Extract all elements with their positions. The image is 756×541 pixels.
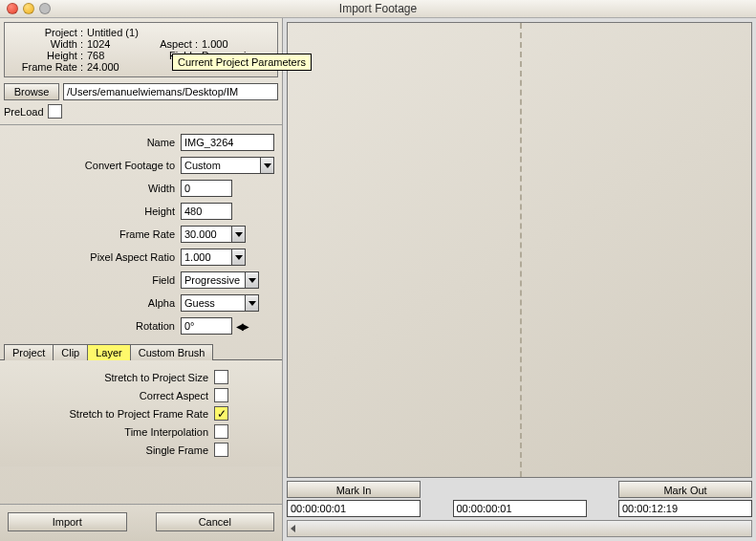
rotation-field[interactable] (181, 317, 232, 335)
chevron-down-icon[interactable] (246, 294, 259, 312)
tab-layer[interactable]: Layer (87, 344, 131, 360)
tab-project[interactable]: Project (4, 344, 54, 360)
chevron-down-icon[interactable] (261, 157, 274, 174)
aspect-label: Aspect : (144, 38, 202, 50)
height-field[interactable] (181, 203, 232, 220)
scrollbar[interactable] (287, 520, 752, 537)
name-label: Name (4, 137, 181, 148)
tab-body: Stretch to Project Size Correct Aspect S… (0, 359, 282, 466)
stretch-frate-checkbox[interactable]: ✓ (214, 406, 228, 421)
param-field-label: Field (4, 274, 181, 286)
check-icon: ✓ (217, 408, 227, 420)
timecode-in-field[interactable] (287, 500, 421, 517)
height-label: Height : (11, 50, 87, 61)
tooltip: Current Project Parameters (172, 54, 312, 71)
alpha-select[interactable] (181, 294, 246, 312)
alpha-label: Alpha (4, 297, 181, 309)
divider-dashed (520, 23, 522, 477)
opt-stretch-frate-label: Stretch to Project Frame Rate (70, 408, 209, 420)
width-value: 1024 (87, 38, 144, 50)
par-field[interactable] (181, 249, 232, 266)
param-height-label: Height (4, 206, 181, 217)
convert-label: Convert Footage to (4, 160, 181, 171)
param-width-label: Width (4, 183, 181, 194)
width-label: Width : (11, 38, 87, 50)
time-interp-checkbox[interactable] (214, 424, 228, 439)
opt-correct-aspect-label: Correct Aspect (140, 390, 208, 401)
param-frate-label: Frame Rate (4, 228, 181, 240)
tab-clip[interactable]: Clip (53, 344, 88, 360)
tabs: Project Clip Layer Custom Brush (4, 343, 282, 359)
preload-label: PreLoad (4, 106, 44, 118)
window-title: Import Footage (0, 2, 756, 15)
height-value: 768 (87, 50, 144, 61)
rotation-stepper-icon[interactable]: ◀▶ (236, 321, 248, 332)
width-field[interactable] (181, 180, 232, 197)
chevron-left-icon[interactable] (291, 525, 295, 532)
titlebar: Import Footage (0, 0, 756, 18)
tab-custom-brush[interactable]: Custom Brush (130, 344, 214, 360)
opt-single-frame-label: Single Frame (146, 444, 208, 456)
project-value: Untitled (1) (87, 27, 139, 38)
right-panel: Mark In Mark Out (283, 18, 756, 541)
path-field[interactable]: /Users/emanuelwiemans/Desktop/IM (63, 83, 278, 100)
preview-area (287, 22, 752, 478)
left-panel: Project : Untitled (1) Width : 1024 Aspe… (0, 18, 283, 541)
preload-checkbox[interactable] (48, 104, 62, 119)
par-label: Pixel Aspect Ratio (4, 251, 181, 263)
project-label: Project : (11, 27, 87, 38)
cancel-button[interactable]: Cancel (156, 512, 275, 531)
mark-out-button[interactable]: Mark Out (618, 481, 752, 498)
correct-aspect-checkbox[interactable] (214, 388, 228, 402)
framerate-field[interactable] (181, 226, 232, 243)
field-select[interactable] (181, 271, 246, 289)
single-frame-checkbox[interactable] (214, 443, 228, 457)
chevron-down-icon[interactable] (246, 271, 259, 289)
rotation-label: Rotation (4, 320, 181, 332)
timecode-out-field[interactable] (618, 500, 752, 517)
browse-button[interactable]: Browse (4, 83, 59, 100)
chevron-down-icon[interactable] (232, 226, 246, 243)
opt-stretch-size-label: Stretch to Project Size (104, 372, 208, 383)
timecode-current-field[interactable] (453, 500, 587, 517)
import-button[interactable]: Import (8, 512, 127, 531)
framerate-value: 24.000 (87, 61, 119, 73)
opt-time-interp-label: Time Interpolation (124, 426, 208, 438)
aspect-value: 1.000 (202, 38, 228, 50)
chevron-down-icon[interactable] (232, 249, 246, 266)
mark-in-button[interactable]: Mark In (287, 481, 421, 498)
framerate-label: Frame Rate : (11, 61, 87, 73)
stretch-size-checkbox[interactable] (214, 370, 228, 384)
convert-select[interactable] (181, 157, 261, 174)
name-field[interactable] (181, 134, 274, 151)
